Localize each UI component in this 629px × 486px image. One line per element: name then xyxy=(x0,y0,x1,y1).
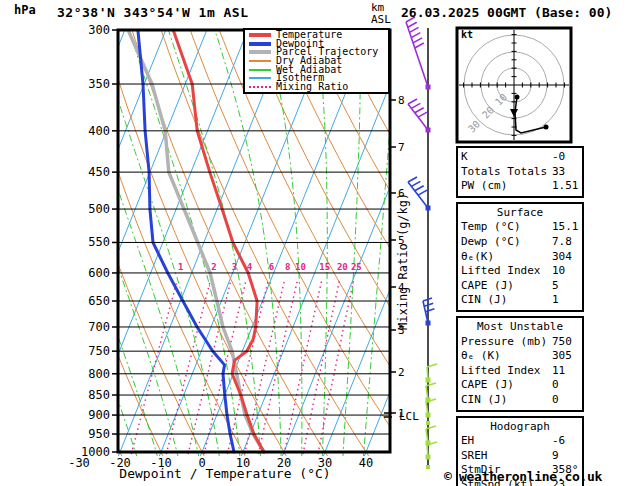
indices-value: 305 xyxy=(552,349,572,364)
indices-value: 1 xyxy=(552,293,559,308)
indices-row: K-0 xyxy=(461,150,579,165)
indices-row: EH-6 xyxy=(461,434,579,449)
indices-label: EH xyxy=(461,434,474,447)
datetime-label: 26.03.2025 00GMT (Base: 00) xyxy=(401,5,612,20)
temp-tick-label: -30 xyxy=(59,456,99,470)
mixing-ratio-label: 2 xyxy=(211,262,216,272)
wind-barb xyxy=(426,364,438,383)
pressure-tick-label: 300 xyxy=(68,23,110,37)
mixing-ratio-label: 6 xyxy=(269,262,274,272)
indices-section-title: Surface xyxy=(461,206,579,221)
pressure-tick-label: 800 xyxy=(68,367,110,381)
indices-row: Temp (°C)15.1 xyxy=(461,220,579,235)
credit-watermark: © weatheronline.co.uk xyxy=(444,469,602,484)
x-axis-title: Dewpoint / Temperature (°C) xyxy=(100,466,350,481)
indices-row: SREH9 xyxy=(461,449,579,464)
legend-swatch xyxy=(249,50,271,54)
indices-row: Lifted Index11 xyxy=(461,364,579,379)
mixing-ratio-label: 15 xyxy=(319,262,330,272)
page-title: 32°38'N 343°54'W 1m ASL xyxy=(57,5,249,20)
legend-item: Mixing Ratio xyxy=(249,83,388,92)
wind-barb xyxy=(426,465,430,469)
legend-swatch xyxy=(249,60,271,62)
wind-barb xyxy=(426,421,430,425)
indices-label: SREH xyxy=(461,449,488,462)
legend-swatch xyxy=(249,42,271,46)
indices-label: Temp (°C) xyxy=(461,220,521,233)
indices-value: -0 xyxy=(552,150,565,165)
chart-legend: TemperatureDewpointParcel TrajectoryDry … xyxy=(243,28,390,94)
indices-row: θₑ(K)304 xyxy=(461,250,579,265)
pressure-tick-label: 550 xyxy=(68,235,110,249)
legend-swatch xyxy=(249,33,271,37)
legend-swatch xyxy=(249,86,271,88)
indices-value: 7.8 xyxy=(552,235,572,250)
pressure-tick-label: 400 xyxy=(68,124,110,138)
mixing-ratio-label: 25 xyxy=(351,262,362,272)
indices-row: Pressure (mb)750 xyxy=(461,335,579,350)
wet-adiabat-line xyxy=(0,30,15,459)
pressure-axis-unit: hPa xyxy=(14,3,36,17)
pressure-tick-label: 900 xyxy=(68,408,110,422)
pressure-tick-label: 650 xyxy=(68,294,110,308)
pressure-tick-label: 500 xyxy=(68,202,110,216)
indices-label: CAPE (J) xyxy=(461,279,514,292)
wet-adiabat-line xyxy=(0,30,35,459)
indices-value: 5 xyxy=(552,279,559,294)
indices-value: 33 xyxy=(552,165,565,180)
pressure-tick-label: 450 xyxy=(68,165,110,179)
mixing-ratio-line xyxy=(302,280,340,459)
altitude-axis-unit: kmASL xyxy=(371,2,391,26)
indices-label: PW (cm) xyxy=(461,179,507,192)
mixing-ratio-label: 3 xyxy=(232,262,237,272)
wind-barb xyxy=(406,17,431,90)
pressure-tick-label: 950 xyxy=(68,427,110,441)
sounding-indices-panel: K-0Totals Totals33PW (cm)1.51SurfaceTemp… xyxy=(456,146,584,486)
indices-value: 0 xyxy=(552,393,559,408)
wet-adiabat-line xyxy=(0,30,76,459)
indices-row: Dewp (°C)7.8 xyxy=(461,235,579,250)
mixing-ratio-line xyxy=(244,280,285,459)
legend-label: Mixing Ratio xyxy=(276,83,348,91)
pressure-tick-label: 600 xyxy=(68,266,110,280)
indices-value: -6 xyxy=(552,434,565,449)
indices-label: Lifted Index xyxy=(461,364,540,377)
indices-value: 0 xyxy=(552,378,559,393)
mixing-ratio-label: 8 xyxy=(285,262,290,272)
isotherm-line xyxy=(0,30,2,456)
indices-value: 9 xyxy=(552,449,559,464)
km-tick-label: 2 xyxy=(398,366,405,379)
indices-section-title: Most Unstable xyxy=(461,320,579,335)
skewt-sounding-app: 12346810152025 hPa 32°38'N 343°54'W 1m A… xyxy=(0,0,629,486)
indices-label: Dewp (°C) xyxy=(461,235,521,248)
indices-value: 11 xyxy=(552,364,565,379)
mixing-ratio-axis-title: Mixing Ratio (g/kg) xyxy=(396,200,410,330)
indices-value: 750 xyxy=(552,335,572,350)
wind-barb xyxy=(426,442,438,460)
indices-value: 15.1 xyxy=(552,220,579,235)
indices-label: CIN (J) xyxy=(461,293,507,306)
indices-section: Most UnstablePressure (mb)750θₑ (K)305Li… xyxy=(456,316,584,412)
wind-barb xyxy=(408,177,431,211)
indices-row: CAPE (J)0 xyxy=(461,378,579,393)
indices-value: 10 xyxy=(552,264,565,279)
km-tick-label: 7 xyxy=(398,141,405,154)
mixing-ratio-label: 10 xyxy=(295,262,306,272)
indices-section: K-0Totals Totals33PW (cm)1.51 xyxy=(456,146,584,198)
pressure-tick-label: 700 xyxy=(68,320,110,334)
lcl-label: LCL xyxy=(399,410,419,423)
mixing-ratio-label: 1 xyxy=(178,262,183,272)
pressure-tick-label: 350 xyxy=(68,77,110,91)
mixing-ratio-label: 20 xyxy=(337,262,348,272)
indices-label: θₑ (K) xyxy=(461,349,501,362)
wind-barb xyxy=(408,99,431,133)
indices-row: CIN (J)1 xyxy=(461,293,579,308)
wind-barb xyxy=(426,399,437,418)
temp-tick-label: 40 xyxy=(346,456,386,470)
indices-row: CIN (J)0 xyxy=(461,393,579,408)
indices-label: Pressure (mb) xyxy=(461,335,547,348)
isotherm-line xyxy=(36,30,206,456)
indices-label: CIN (J) xyxy=(461,393,507,406)
pressure-tick-label: 750 xyxy=(68,344,110,358)
indices-row: CAPE (J)5 xyxy=(461,279,579,294)
